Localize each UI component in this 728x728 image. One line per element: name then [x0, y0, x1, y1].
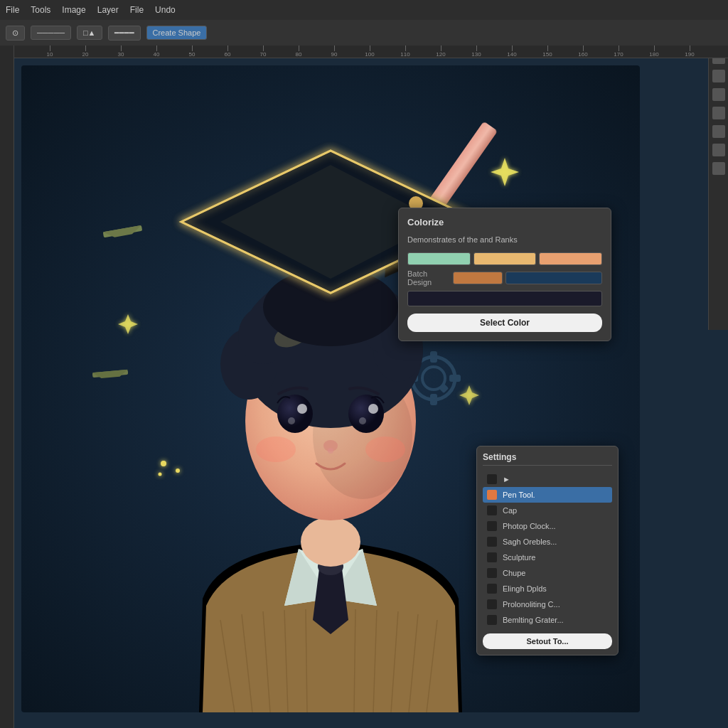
cursor-label: ►	[503, 475, 510, 483]
menu-layer[interactable]: Layer	[97, 5, 119, 15]
color-row-2: Batch Design	[407, 269, 602, 287]
color-bar-3[interactable]	[539, 252, 602, 265]
tool-pen[interactable]: Pen Tool.	[483, 487, 612, 503]
toolbar-bar[interactable]: ━━━━	[108, 26, 141, 41]
svg-point-64	[159, 473, 162, 476]
pen-icon	[487, 490, 497, 500]
tool-sagh[interactable]: Sagh Orebles...	[483, 534, 612, 550]
tool-cursor[interactable]: ►	[483, 471, 612, 487]
elingh-label: Elingh Dplds	[503, 584, 547, 593]
svg-point-44	[277, 395, 313, 433]
sculpture-icon	[487, 552, 497, 562]
rtool-2[interactable]	[712, 70, 725, 82]
svg-point-46	[288, 417, 295, 424]
photop-label: Photop Clock...	[503, 522, 556, 530]
bemlting-icon	[487, 615, 497, 625]
svg-point-51	[256, 437, 296, 462]
prolon-icon	[487, 599, 497, 609]
toolbar-line[interactable]: ─────	[31, 26, 71, 40]
svg-point-34	[301, 517, 360, 567]
color-bar-2[interactable]	[473, 252, 537, 265]
ruler-horizontal: 10 20 30 40 50 60 70 80 90 100 110 120 1…	[14, 46, 728, 58]
cap-label: Cap	[503, 506, 517, 515]
svg-rect-15	[449, 375, 461, 382]
toolbar-shape[interactable]: □▲	[77, 26, 102, 40]
svg-point-62	[161, 461, 166, 466]
tool-chupe[interactable]: Chupe	[483, 565, 612, 581]
sagh-icon	[487, 537, 497, 547]
menu-file2[interactable]: File	[130, 5, 144, 15]
color-row-1	[407, 252, 602, 265]
rtool-4[interactable]	[712, 107, 725, 119]
rtool-7[interactable]	[712, 162, 725, 175]
colorize-desc: Demonstrates of the and Ranks	[407, 235, 602, 245]
colorize-panel: Colorize Demonstrates of the and Ranks B…	[398, 208, 611, 341]
svg-point-49	[359, 417, 366, 424]
color-bar-1[interactable]	[407, 252, 471, 265]
tools-title: Settings	[483, 452, 612, 466]
select-color-button[interactable]: Select Color	[407, 314, 602, 332]
rtool-6[interactable]	[712, 144, 725, 156]
colorize-title: Colorize	[407, 217, 602, 228]
color-bar-6[interactable]	[407, 291, 602, 306]
right-toolbar	[708, 46, 728, 330]
bemlting-label: Bemlting Grater...	[503, 616, 564, 624]
svg-point-45	[297, 404, 307, 414]
rtool-3[interactable]	[712, 88, 725, 101]
svg-point-47	[348, 395, 384, 433]
color-bar-4[interactable]	[453, 272, 503, 284]
toolbar-circle[interactable]: ⊙	[6, 26, 25, 41]
tool-photop[interactable]: Photop Clock...	[483, 518, 612, 534]
svg-point-61	[328, 448, 333, 454]
ruler-vertical	[0, 46, 14, 728]
sculpture-label: Sculpture	[503, 553, 535, 562]
toolbar: ⊙ ───── □▲ ━━━━ Create Shape	[0, 20, 728, 46]
cursor-icon	[487, 474, 497, 484]
tool-sculpture[interactable]: Sculpture	[483, 550, 612, 565]
menu-undo[interactable]: Undo	[155, 5, 176, 15]
photop-icon	[487, 521, 497, 531]
svg-rect-12	[430, 351, 437, 363]
tool-bemlting[interactable]: Bemlting Grater...	[483, 612, 612, 628]
menu-bar: File Tools Image Layer File Undo	[0, 0, 728, 20]
pen-label: Pen Tool.	[503, 491, 535, 499]
batch-label: Batch Design	[407, 269, 450, 287]
color-row-3	[407, 291, 602, 306]
menu-image[interactable]: Image	[62, 5, 85, 15]
toolbar-create[interactable]: Create Shape	[146, 26, 208, 40]
menu-file[interactable]: File	[6, 5, 19, 15]
color-bar-5[interactable]	[505, 272, 602, 284]
rtool-5[interactable]	[712, 125, 725, 138]
tool-cap[interactable]: Cap	[483, 503, 612, 518]
tools-panel: Settings ► Pen Tool. Cap Photop Clock...…	[476, 446, 619, 655]
svg-rect-13	[430, 394, 437, 405]
tool-prolon[interactable]: Prolonoliting C...	[483, 596, 612, 612]
canvas-area: Colorize Demonstrates of the and Ranks B…	[14, 58, 728, 728]
artwork: Colorize Demonstrates of the and Ranks B…	[21, 65, 640, 712]
setout-button[interactable]: Setout To...	[483, 633, 612, 649]
chupe-icon	[487, 568, 497, 578]
elingh-icon	[487, 584, 497, 594]
svg-point-63	[176, 469, 180, 473]
chupe-label: Chupe	[503, 569, 525, 577]
cap-icon	[487, 505, 497, 515]
svg-point-48	[368, 404, 378, 414]
tool-elingh[interactable]: Elingh Dplds	[483, 581, 612, 596]
prolon-label: Prolonoliting C...	[503, 600, 560, 609]
sagh-label: Sagh Orebles...	[503, 537, 557, 546]
menu-tools[interactable]: Tools	[31, 5, 50, 15]
svg-point-52	[365, 437, 405, 462]
